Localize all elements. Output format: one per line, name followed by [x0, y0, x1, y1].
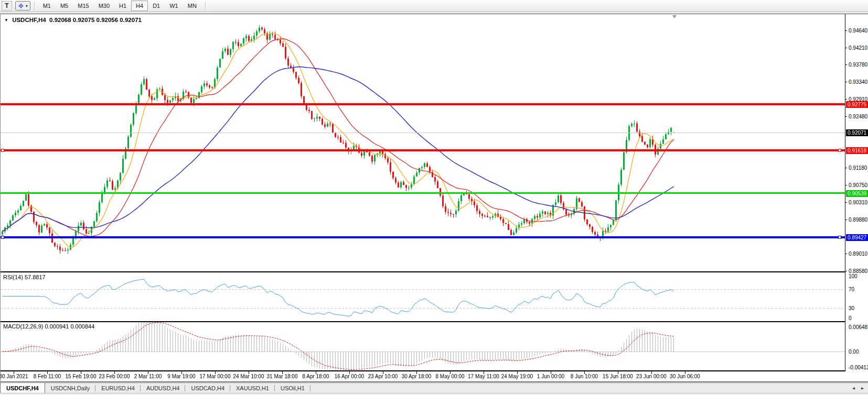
time-axis-label: 15 Jun 18:00 — [598, 374, 637, 379]
line-handle[interactable] — [838, 236, 841, 239]
tab-usoil-h1[interactable]: USOil,H1 — [275, 383, 310, 393]
timeframe-m1-button[interactable]: M1 — [38, 1, 56, 11]
price-axis-tick-mark — [845, 220, 847, 220]
price-badge-0.92071: 0.92071 — [846, 129, 868, 136]
timeframe-m5-button[interactable]: M5 — [56, 1, 73, 11]
time-axis-tick-mark — [551, 371, 551, 374]
time-axis-tick-mark — [114, 371, 115, 374]
time-axis-label: 17 May 11:00 — [464, 374, 503, 379]
price-axis-tick-mark — [845, 168, 847, 168]
tab-scroll-right-icon[interactable]: ▸ — [861, 385, 864, 391]
timeframe-w1-button[interactable]: W1 — [165, 1, 183, 11]
rsi-indicator-label: RSI(14) 57.8817 — [3, 274, 46, 280]
ohlc-values: 0.92068 0.92075 0.92056 0.92071 — [49, 17, 142, 23]
price-axis-tick-mark — [845, 271, 847, 271]
tab-xauusd-h1[interactable]: XAUUSD,H1 — [230, 383, 275, 393]
time-axis-tick-mark — [685, 371, 685, 374]
time-axis-tick-mark — [148, 371, 148, 374]
time-axis-tick-mark — [47, 371, 48, 374]
time-axis-label: 23 Feb 00:00 — [95, 374, 134, 379]
time-axis-label: 30 Jun 06:00 — [666, 374, 704, 379]
time-axis-label: 8 May 00:00 — [431, 374, 469, 379]
timeframe-m15-button[interactable]: M15 — [73, 1, 93, 11]
time-axis-label: 24 Mar 10:00 — [229, 374, 268, 379]
time-axis-tick-mark — [416, 371, 417, 374]
macd-axis-label: -0.00413 — [849, 365, 868, 370]
toolbar-separator — [34, 2, 35, 10]
time-axis-tick-mark — [316, 371, 316, 374]
price-axis-tick: 0.91180 — [849, 165, 868, 171]
time-axis-label: 8 Feb 11:00 — [28, 374, 67, 379]
price-axis-tick: 0.93340 — [849, 79, 868, 85]
panel-divider — [1, 271, 845, 272]
time-axis-label: 8 Apr 18:00 — [296, 374, 335, 379]
chart-tab-bar: USDCHF,H4 USDCNH,Daily EURUSD,H4 AUDUSD,… — [0, 382, 868, 393]
price-axis-tick: 0.89010 — [849, 251, 868, 257]
time-axis-tick-mark — [484, 371, 484, 374]
hline-0.90539[interactable] — [1, 192, 845, 194]
line-handle[interactable] — [1, 149, 4, 152]
time-axis-label: 24 May 19:00 — [498, 374, 537, 379]
text-tool-button[interactable]: T — [2, 1, 12, 10]
hline-0.92775[interactable] — [1, 103, 845, 105]
price-badge-0.92775: 0.92775 — [846, 101, 868, 108]
chart-title: ▼ USDCHF,H4 0.92068 0.92075 0.92056 0.92… — [4, 17, 142, 23]
macd-axis-label: 0.00648 — [849, 324, 867, 330]
time-axis-tick-mark — [181, 371, 182, 374]
time-axis-tick-mark — [383, 371, 383, 374]
rsi-axis-label: 100 — [849, 273, 858, 279]
time-axis-tick-mark — [14, 371, 14, 374]
tab-usdchf-h4[interactable]: USDCHF,H4 — [0, 382, 45, 393]
macd-indicator-label: MACD(12,26,9) 0.000941 0.000844 — [3, 323, 94, 330]
price-axis-tick: 0.90750 — [849, 182, 868, 188]
time-axis-label: 30 Apr 18:00 — [397, 374, 436, 379]
price-axis-tick-mark — [845, 64, 847, 65]
timeframe-m30-button[interactable]: M30 — [94, 1, 114, 11]
time-axis-label: 17 Mar 00:00 — [196, 374, 234, 379]
time-axis-tick-mark — [618, 371, 618, 374]
timeframe-h4-button[interactable]: H4 — [131, 1, 148, 11]
time-axis-tick-mark — [584, 371, 585, 374]
toolbar: T ❖ ▾ M1 M5 M15 M30 H1 H4 D1 W1 MN — [0, 0, 868, 12]
time-axis-label: 2 Mar 11:00 — [128, 374, 167, 379]
chart-window: ▼ USDCHF,H4 0.92068 0.92075 0.92056 0.92… — [0, 14, 868, 382]
hline-0.91618[interactable] — [1, 149, 845, 151]
rsi-axis-label: 0 — [849, 315, 852, 321]
line-handle[interactable] — [838, 149, 841, 152]
macd-axis-label: 0.00 — [849, 349, 859, 355]
timeframe-h1-button[interactable]: H1 — [114, 1, 131, 11]
tab-audusd-h4[interactable]: AUDUSD,H4 — [141, 383, 186, 393]
time-axis-label: 23 Jun 00:00 — [632, 374, 671, 379]
time-axis-tick-mark — [450, 371, 451, 374]
time-axis-tick-mark — [349, 371, 350, 374]
chart-shift-marker-icon — [672, 15, 677, 18]
price-badge-0.89427: 0.89427 — [846, 234, 868, 241]
drawing-tools-button[interactable]: ❖ ▾ — [15, 1, 30, 10]
price-axis-border — [845, 14, 845, 371]
drawing-tools-icon: ❖ — [18, 2, 24, 10]
price-chart-canvas[interactable] — [1, 14, 845, 382]
price-axis-tick: 0.89880 — [849, 217, 868, 223]
price-axis-tick-mark — [845, 30, 847, 31]
collapse-caret-icon: ▼ — [4, 18, 8, 23]
toolbar-separator — [205, 2, 206, 10]
timeframe-d1-button[interactable]: D1 — [148, 1, 165, 11]
time-axis-label: 15 Feb 19:00 — [61, 374, 100, 379]
tab-eurusd-h4[interactable]: EURUSD,H4 — [95, 383, 141, 393]
tab-scroll-left-icon[interactable]: ◂ — [852, 385, 855, 391]
tab-usdcad-h4[interactable]: USDCAD,H4 — [185, 383, 230, 393]
time-axis-label: 1 Jun 00:00 — [531, 374, 570, 379]
price-axis-tick: 0.94210 — [849, 45, 868, 51]
time-axis-tick-mark — [81, 371, 81, 374]
line-handle[interactable] — [1, 236, 4, 239]
tab-usdcnh-daily[interactable]: USDCNH,Daily — [45, 383, 96, 393]
price-axis-tick-mark — [845, 116, 847, 117]
panel-divider — [1, 321, 845, 322]
hline-0.89427[interactable] — [1, 236, 845, 238]
price-axis-tick: 0.92480 — [849, 114, 868, 119]
price-badge-0.90539: 0.90539 — [846, 190, 868, 197]
price-badge-0.91618: 0.91618 — [846, 147, 868, 154]
price-axis-tick-mark — [845, 185, 847, 185]
timeframe-mn-button[interactable]: MN — [183, 1, 201, 11]
price-axis-tick: 0.90310 — [849, 200, 868, 205]
